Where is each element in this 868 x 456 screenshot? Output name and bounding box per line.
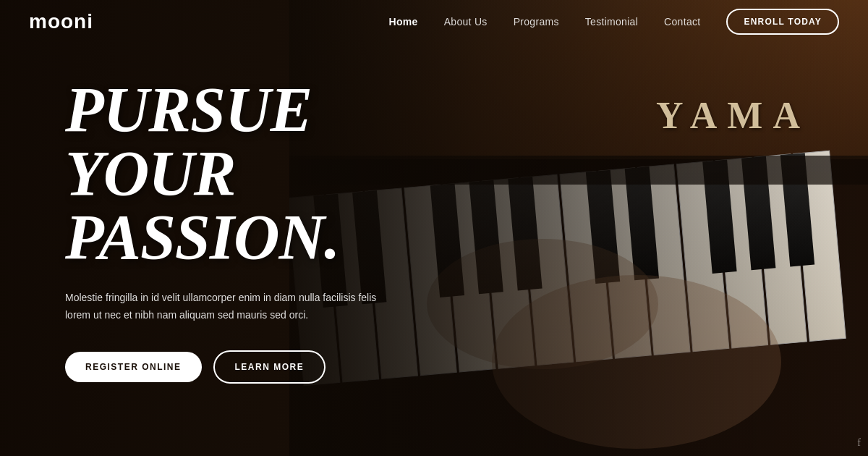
nav-links: Home About Us Programs Testimonial Conta… (389, 9, 839, 35)
nav-about[interactable]: About Us (444, 16, 488, 28)
nav-contact[interactable]: Contact (664, 16, 700, 28)
hero-title-line2: PASSION. (65, 202, 339, 272)
learn-more-button[interactable]: LEARN MORE (213, 350, 326, 384)
hero-content: PURSUE YOUR PASSION. Molestie fringilla … (65, 78, 470, 384)
hero-title-line1: PURSUE YOUR (65, 75, 312, 208)
hero-title: PURSUE YOUR PASSION. (65, 78, 470, 269)
nav-programs[interactable]: Programs (514, 16, 559, 28)
hero-buttons: REGISTER ONLINE LEARN MORE (65, 350, 470, 384)
piano-brand-text: YAMA (656, 94, 810, 137)
navbar: mooni Home About Us Programs Testimonial… (0, 0, 868, 43)
facebook-icon[interactable]: f (857, 437, 861, 449)
enroll-button[interactable]: ENROLL TODAY (726, 9, 839, 35)
nav-home[interactable]: Home (389, 16, 418, 28)
register-button[interactable]: REGISTER ONLINE (65, 352, 202, 382)
hero-section: YAMA mooni Home About Us Programs Testim… (0, 0, 868, 456)
nav-testimonial[interactable]: Testimonial (585, 16, 638, 28)
brand-logo[interactable]: mooni (29, 10, 93, 33)
hero-description: Molestie fringilla in id velit ullamcorp… (65, 290, 383, 324)
